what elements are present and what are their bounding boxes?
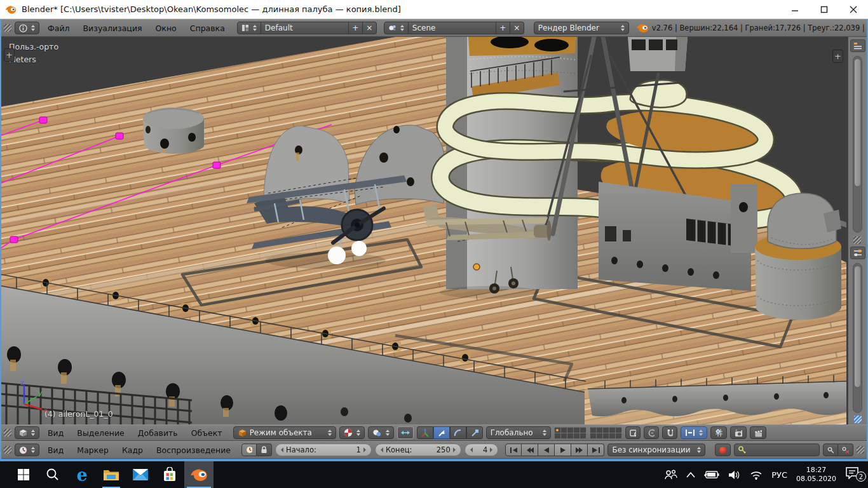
pivot-icon — [372, 429, 382, 437]
outliner-scrollbar[interactable] — [853, 56, 862, 233]
frame-end-field[interactable]: Конец:250 — [375, 444, 461, 456]
people-icon[interactable] — [665, 470, 677, 480]
menu-view3d-select[interactable]: Выделение — [72, 427, 129, 439]
use-preview-range-button[interactable] — [241, 444, 257, 456]
snap-element-dropdown[interactable] — [681, 426, 707, 439]
snap-target-button[interactable] — [710, 426, 727, 439]
manipulator-toggle[interactable] — [397, 426, 414, 439]
next-keyframe-button[interactable] — [571, 444, 588, 456]
play-reverse-icon — [543, 447, 550, 454]
language-indicator[interactable]: РУС — [771, 470, 787, 480]
current-frame-field[interactable]: 4 — [465, 444, 499, 456]
info-editor-icon — [19, 24, 27, 32]
scale-manipulator-button[interactable] — [466, 426, 483, 439]
menu-window[interactable]: Окно — [151, 22, 182, 34]
search-icon — [46, 468, 60, 482]
clock[interactable]: 18:27 08.05.2020 — [796, 466, 836, 484]
keying-set-field[interactable] — [734, 444, 820, 456]
viewport-shading-dropdown[interactable] — [339, 426, 365, 439]
open-sidebar-tab[interactable]: + — [832, 50, 843, 63]
sync-mode-dropdown[interactable]: Без синхронизации — [607, 444, 705, 456]
volume-icon[interactable] — [728, 470, 741, 480]
action-center-button[interactable]: 2 — [845, 466, 862, 483]
frame-start-field[interactable]: Начало:1 — [275, 444, 372, 456]
area-corner-handle[interactable] — [4, 446, 11, 454]
proportional-edit-button[interactable] — [644, 426, 659, 439]
prev-keyframe-button[interactable] — [522, 444, 538, 456]
area-corner-handle[interactable] — [857, 446, 864, 454]
scene-icon — [388, 24, 397, 32]
blender-icon — [190, 466, 208, 484]
pivot-point-dropdown[interactable] — [368, 426, 394, 439]
editor-type-info-button[interactable] — [15, 22, 39, 34]
manipulator-axes-button[interactable] — [417, 426, 433, 439]
editor-type-3dview-button[interactable] — [15, 426, 39, 439]
area-corner-handle[interactable] — [4, 24, 11, 32]
outliner-icon — [853, 42, 862, 50]
wifi-icon[interactable] — [750, 470, 763, 480]
scene-name-field[interactable]: Scene — [409, 22, 496, 34]
editor-type-timeline-button[interactable] — [15, 444, 39, 456]
menu-timeline-marker[interactable]: Маркер — [72, 444, 114, 456]
play-reverse-button[interactable] — [538, 444, 555, 456]
viewport-3d[interactable]: Польз.-орто Meters (4) aileronL_01_0 + +… — [1, 37, 848, 424]
proportional-edit-icon — [648, 429, 654, 437]
area-corner-handle[interactable] — [853, 236, 861, 244]
snap-toggle-button[interactable] — [662, 426, 677, 439]
jump-to-start-button[interactable] — [505, 444, 522, 456]
area-corner-handle[interactable] — [4, 429, 11, 437]
insert-keyframe-button[interactable] — [823, 444, 838, 456]
timeline-editor-icon — [19, 446, 27, 454]
render-engine-dropdown[interactable]: Рендер Blender — [534, 22, 629, 34]
scene-browse-button[interactable] — [384, 22, 409, 34]
menu-render[interactable]: Визуализация — [78, 22, 147, 34]
lock-time-button[interactable] — [257, 444, 272, 456]
taskbar-store-button[interactable] — [155, 461, 184, 488]
delete-layout-button[interactable]: × — [363, 22, 377, 34]
menu-timeline-frame[interactable]: Кадр — [117, 444, 148, 456]
rotate-manipulator-button[interactable] — [450, 426, 466, 439]
maximize-button[interactable] — [810, 0, 839, 18]
taskbar-mail-button[interactable] — [126, 461, 155, 488]
properties-header-button[interactable] — [850, 247, 865, 259]
mode-dropdown[interactable]: Режим объекта — [233, 426, 336, 439]
add-layout-button[interactable]: + — [349, 22, 363, 34]
menu-help[interactable]: Справка — [185, 22, 230, 34]
notification-badge: 2 — [856, 471, 866, 482]
tray-expand-chevron-icon[interactable] — [686, 472, 695, 478]
menu-timeline-playback[interactable]: Воспроизведение — [151, 444, 236, 456]
layers-widget[interactable] — [554, 427, 622, 439]
taskbar-blender-button[interactable] — [184, 461, 214, 488]
add-scene-button[interactable]: + — [496, 22, 510, 34]
outliner-header-button[interactable] — [850, 39, 865, 52]
menu-view3d-add[interactable]: Добавить — [133, 427, 183, 439]
play-button[interactable] — [555, 444, 571, 456]
close-button[interactable] — [839, 0, 868, 18]
screen-layout-browse-button[interactable] — [237, 22, 261, 34]
screen-layout-name-field[interactable]: Default — [261, 22, 349, 34]
menu-view3d-object[interactable]: Объект — [186, 427, 227, 439]
auto-keyframe-button[interactable] — [715, 444, 731, 456]
properties-scrollbar[interactable] — [853, 263, 862, 413]
jump-end-icon — [592, 447, 600, 454]
translate-manipulator-button[interactable] — [433, 426, 450, 439]
menu-timeline-view[interactable]: Вид — [43, 444, 69, 456]
menu-view3d-view[interactable]: Вид — [43, 427, 69, 439]
delete-keyframe-button[interactable] — [838, 444, 853, 456]
battery-icon[interactable] — [704, 470, 719, 479]
lock-to-scene-button[interactable] — [625, 426, 641, 439]
open-toolshelf-tab[interactable]: + — [4, 48, 15, 62]
blender-logo-icon — [636, 22, 649, 34]
start-button[interactable] — [9, 461, 38, 488]
jump-to-end-button[interactable] — [588, 444, 604, 456]
taskbar-search-button[interactable] — [38, 461, 67, 488]
opengl-render-still-button[interactable] — [730, 426, 747, 439]
area-resize-corner[interactable] — [854, 416, 862, 423]
orientation-dropdown[interactable]: Глобально — [486, 426, 551, 439]
minimize-button[interactable] — [780, 0, 810, 18]
taskbar-explorer-button[interactable] — [97, 461, 126, 488]
opengl-render-anim-button[interactable] — [750, 426, 766, 439]
menu-file[interactable]: Файл — [43, 22, 75, 34]
delete-scene-button[interactable]: × — [510, 22, 524, 34]
taskbar-edge-button[interactable]: e — [67, 461, 97, 488]
